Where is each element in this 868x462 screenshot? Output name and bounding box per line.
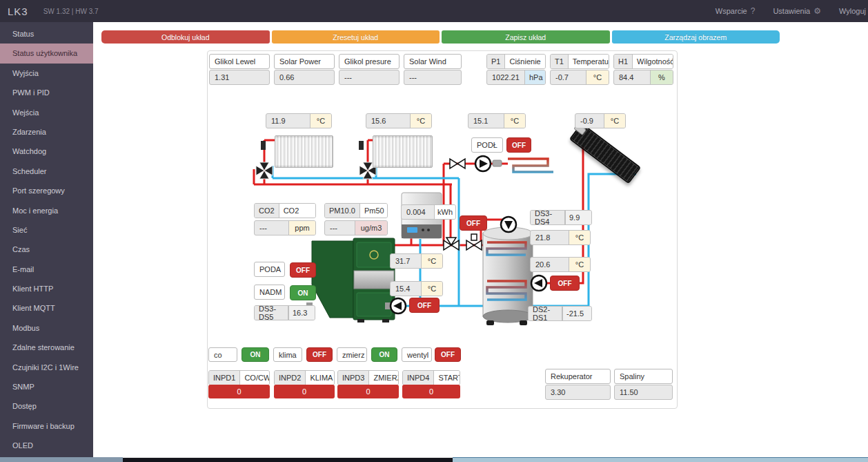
switch-klima-state-button[interactable]: OFF	[306, 347, 333, 362]
value-text: 0.66	[275, 70, 334, 84]
sidebar-item-czas[interactable]: Czas	[0, 240, 93, 259]
sensor-ds3-ds5: DS3-DS516.3	[254, 305, 315, 320]
pump-icon-tank-top	[501, 217, 516, 232]
sidebar-item-dostep[interactable]: Dostęp	[0, 396, 93, 416]
sensor-value-solar-power: 0.66	[274, 70, 335, 85]
value-text: ---	[339, 70, 399, 84]
sensor-label-solar-wind: Solar Wind	[404, 54, 462, 69]
temp-value: 15.6	[366, 114, 410, 128]
sidebar-item-scheduler[interactable]: Scheduler	[0, 162, 93, 181]
temp-unit: °C	[569, 258, 590, 271]
sensor-value-solar-wind: ---	[404, 70, 462, 85]
temp-display-floor: 15.1°C	[468, 113, 526, 128]
sensor-id-t1: T1Temperatu	[550, 54, 609, 69]
sidebar-item-modbus[interactable]: Modbus	[0, 318, 93, 338]
sidebar-item-pwm-i-pid[interactable]: PWM i PID	[0, 83, 93, 102]
input-id: INPD3	[338, 371, 369, 385]
spaliny-value: 11.50	[614, 385, 673, 400]
three-way-valve-icon	[444, 238, 459, 250]
input-inpd4-counter: 0	[402, 385, 460, 398]
radiator-vent-icon	[359, 141, 364, 150]
sidebar-item-status-uzytkownika[interactable]: Status użytkownika	[0, 44, 93, 63]
temp-value: 15.4	[391, 282, 421, 296]
sidebar-item-e-mail[interactable]: E-mail	[0, 260, 93, 279]
sensor-name: DS3-DS5	[255, 306, 288, 320]
logout-link[interactable]: Wyloguj→	[839, 6, 868, 16]
input-id: INPD2	[275, 371, 306, 385]
temp-display-radiator-1: 11.9°C	[266, 113, 332, 128]
pump-icon-tank-outlet	[531, 276, 546, 291]
switch-wentyl-state-button[interactable]: OFF	[435, 347, 461, 362]
valve-icon	[450, 159, 465, 169]
sidebar-item-zdalne-sterowanie[interactable]: Zdalne sterowanie	[0, 338, 93, 357]
sensor-value: 9.9	[565, 211, 591, 224]
switch-co-state-button[interactable]: ON	[241, 347, 269, 362]
value-text: 84.4	[614, 70, 650, 84]
sensor-label-solar-power: Solar Power	[274, 54, 335, 69]
actuator-stub	[493, 160, 502, 166]
floor-circuit-state-button[interactable]: OFF	[506, 137, 531, 153]
lk3-controller-app: { "colors": { "on": "#449d44", "off": "#…	[0, 0, 868, 462]
input-name: START	[434, 371, 460, 385]
blower-label: NADM	[254, 285, 285, 300]
temp-display-radiator-2: 15.6°C	[366, 113, 432, 128]
sidebar-item-wejscia[interactable]: Wejścia	[0, 103, 93, 122]
feeder-state-button[interactable]: OFF	[290, 262, 316, 278]
sensor-id-p1: P1Ciśnienie	[486, 54, 546, 69]
co2-sensor-value: ---ppm	[254, 220, 316, 235]
input-id: INPD1	[209, 371, 240, 385]
manage-image-button[interactable]: Zarządzaj obrazem	[612, 30, 780, 44]
switch-klima-label: klima	[273, 347, 302, 362]
unlock-layout-button[interactable]: Odblokuj układ	[101, 30, 270, 44]
rekuperator-value: 3.30	[545, 385, 611, 400]
sidebar-item-snmp[interactable]: SNMP	[0, 377, 93, 396]
sidebar-item-siec[interactable]: Sieć	[0, 220, 93, 240]
sidebar-item-status[interactable]: Status	[0, 24, 93, 44]
temp-value: 15.1	[468, 114, 504, 128]
boiler-pump-state-button[interactable]: OFF	[409, 298, 440, 313]
radiator-vent-icon	[261, 141, 266, 150]
temp-value: 31.7	[391, 254, 421, 268]
tank-top-pump-state-button[interactable]: OFF	[460, 215, 487, 231]
settings-label: Ustawienia	[773, 7, 810, 15]
switch-wentyl-label: wentyl	[402, 347, 432, 362]
sidebar-item-klient-mqtt[interactable]: Klient MQTT	[0, 298, 93, 318]
sidebar-item-zdarzenia[interactable]: Zdarzenia	[0, 122, 93, 142]
switch-zmierz-label: zmierz	[337, 347, 367, 362]
rekuperator-label: Rekuperator	[545, 369, 611, 384]
support-link[interactable]: Wsparcie?	[716, 6, 756, 16]
floor-heating-coil	[508, 159, 553, 172]
pm-sensor-label: PM10.0Pm50	[324, 203, 388, 218]
sidebar-item-czujniki-i2c-i-1wire[interactable]: Czujniki I2C i 1Wire	[0, 358, 93, 377]
blower-state-button[interactable]: ON	[290, 285, 316, 300]
value-text: 3.30	[546, 385, 610, 399]
input-name: ZMIERZ	[369, 371, 399, 385]
settings-link[interactable]: Ustawienia⚙	[773, 6, 821, 16]
sensor-name: DS3-DS4	[531, 211, 565, 224]
sidebar-item-port-szeregowy[interactable]: Port szeregowy	[0, 181, 93, 200]
sidebar-item-watchdog[interactable]: Watchdog	[0, 142, 93, 161]
sidebar-item-firmware-i-backup[interactable]: Firmware i backup	[0, 416, 93, 436]
sensor-value: 16.3	[288, 306, 315, 320]
temp-unit: °C	[569, 231, 590, 244]
two-way-valve-icon	[466, 234, 482, 250]
sidebar-item-oled[interactable]: OLED	[0, 436, 93, 455]
spaliny-label: Spaliny	[614, 369, 673, 384]
reset-layout-button[interactable]: Zresetuj układ	[272, 30, 440, 44]
bottom-strip-left	[0, 457, 123, 462]
switch-zmierz-state-button[interactable]: ON	[371, 347, 397, 362]
sidebar-item-moc-i-energia[interactable]: Moc i energia	[0, 201, 93, 220]
value-text: ---	[255, 221, 288, 235]
value-text: 11.50	[615, 385, 672, 399]
sensor-value-glikol-presure: ---	[339, 70, 400, 85]
tank-pump-state-button[interactable]: OFF	[550, 276, 580, 291]
value-text: ---	[404, 70, 461, 84]
support-label: Wsparcie	[716, 7, 747, 15]
sidebar-item-klient-http[interactable]: Klient HTTP	[0, 279, 93, 298]
temp-unit: °C	[421, 282, 442, 296]
sidebar-item-wyjscia[interactable]: Wyjścia	[0, 64, 93, 83]
sensor-id-h1: H1Wilgotność	[613, 54, 673, 69]
sidebar-menu: Status Status użytkownika Wyjścia PWM i …	[0, 22, 93, 456]
save-layout-button[interactable]: Zapisz układ	[442, 30, 610, 44]
input-name: CO/CW	[240, 371, 270, 385]
